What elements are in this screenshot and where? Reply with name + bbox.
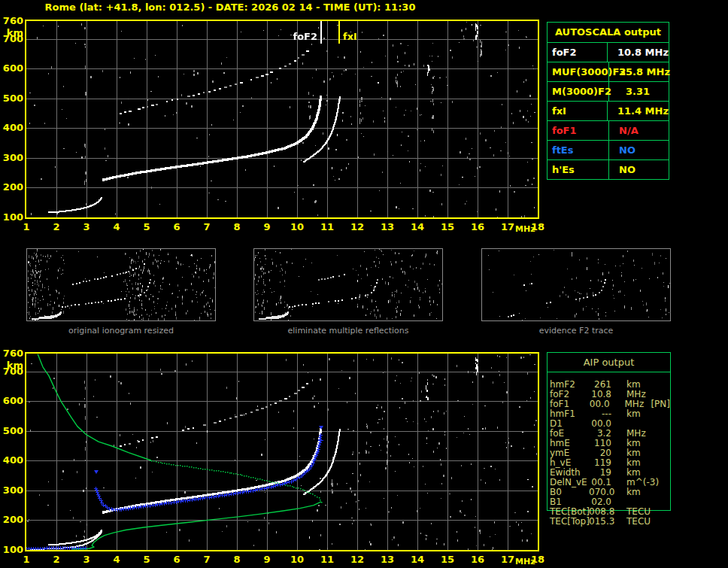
y-tick-label: 600 <box>1 63 23 73</box>
bottom-ionogram-canvas <box>26 354 538 550</box>
x-tick-label: 15 <box>441 554 454 564</box>
y-tick-label: 200 <box>1 515 23 524</box>
y-tick-label: 400 <box>1 123 23 132</box>
autoscala-ionogram-screen: Rome (lat: +41.8, lon: 012.5) - DATE: 20… <box>0 0 728 568</box>
autoscala-table-rows: foF210.8 MHzMUF(3000)F235.8 MHzM(3000)F2… <box>548 43 669 179</box>
x-tick-label: 8 <box>233 222 240 232</box>
x-tick-label: 13 <box>381 222 394 232</box>
aip-row-unit: km <box>626 409 654 419</box>
thumbnail-evidence-f2 <box>481 248 671 321</box>
autoscala-row-label: fxI <box>548 102 608 120</box>
thumbnail-caption-eliminate: eliminate multiple reflections <box>253 326 443 336</box>
y-axis-unit-label: km <box>1 28 23 38</box>
x-tick-label: 2 <box>53 222 59 232</box>
y-tick-label: 500 <box>1 426 23 436</box>
autoscala-row-value: 3.31 <box>609 82 669 101</box>
thumbnail-eliminate-canvas <box>254 249 442 320</box>
autoscala-row: ftEsNO <box>548 141 669 160</box>
x-tick-label: 4 <box>113 222 120 232</box>
autoscala-row-value: N/A <box>609 121 669 140</box>
autoscala-row: M(3000)F2 3.31 <box>548 82 669 102</box>
y-tick-label: 300 <box>1 153 23 163</box>
x-tick-label: 1 <box>23 554 29 564</box>
autoscala-row: MUF(3000)F235.8 MHz <box>548 62 669 82</box>
x-tick-label: 2 <box>53 554 59 564</box>
x-tick-label: 11 <box>320 554 334 564</box>
autoscala-table-header: AUTOSCALA output <box>548 23 669 43</box>
x-tick-label: 5 <box>143 222 150 232</box>
x-tick-label: 10 <box>290 554 304 564</box>
aip-output-box: AIP output hmF2261kmfoF210.8MHzfoF100.0M… <box>547 352 671 511</box>
x-tick-label: 9 <box>263 554 270 564</box>
x-tick-label: 11 <box>320 222 334 232</box>
autoscala-row-label: ftEs <box>548 141 609 159</box>
x-tick-label: 17 <box>501 554 514 564</box>
thumbnail-original-ionogram <box>26 248 216 321</box>
x-tick-label: 12 <box>350 222 364 232</box>
autoscala-row-value: NO <box>609 160 669 179</box>
x-tick-label: 4 <box>113 554 120 564</box>
x-tick-label: 15 <box>441 222 454 232</box>
y-tick-label: 600 <box>1 396 23 405</box>
x-tick-label: 3 <box>83 554 89 564</box>
aip-rows: hmF2261kmfoF210.8MHzfoF100.0MHz [PN]hmF1… <box>550 380 670 527</box>
aip-row-extra: [PN] <box>651 399 670 409</box>
thumbnail-original-canvas <box>27 249 215 320</box>
top-ionogram-canvas <box>26 21 538 217</box>
thumbnail-evidence-canvas <box>482 249 670 320</box>
x-tick-label: 7 <box>203 554 210 564</box>
y-tick-label: 400 <box>1 455 23 465</box>
autoscala-row: foF1N/A <box>548 121 669 141</box>
autoscala-row-value: 11.4 MHz <box>608 102 669 120</box>
aip-row: TEC[Top]015.3TECU <box>550 517 670 527</box>
y-tick-label: 500 <box>1 93 23 103</box>
y-tick-label: 100 <box>1 212 23 222</box>
thumbnail-caption-original: original ionogram resized <box>26 326 216 336</box>
x-tick-label: 16 <box>471 222 484 232</box>
x-tick-label: 9 <box>263 222 270 232</box>
autoscala-row-label: h'Es <box>548 160 609 179</box>
x-tick-label: 16 <box>471 554 484 564</box>
autoscala-output-table: AUTOSCALA output foF210.8 MHzMUF(3000)F2… <box>547 22 669 180</box>
autoscala-row-value: NO <box>609 141 669 159</box>
x-tick-label: 6 <box>173 222 180 232</box>
y-tick-label: 760 <box>1 348 23 358</box>
x-tick-label: 3 <box>83 222 89 232</box>
y-tick-label: 300 <box>1 485 23 495</box>
autoscala-row: fxI11.4 MHz <box>548 102 669 121</box>
thumbnail-caption-evidence: evidence F2 trace <box>481 326 671 336</box>
autoscala-row: foF210.8 MHz <box>548 43 669 62</box>
x-tick-label: 14 <box>411 554 424 564</box>
x-tick-label: 6 <box>173 554 180 564</box>
autoscala-row-label: foF1 <box>548 121 609 140</box>
x-tick-label: 17 <box>501 222 514 232</box>
y-axis-unit-label: km <box>1 360 23 370</box>
bottom-ionogram-plot <box>25 352 539 551</box>
x-tick-label: 10 <box>290 222 304 232</box>
x-tick-label: 7 <box>203 222 210 232</box>
x-tick-label: 5 <box>143 554 150 564</box>
x-tick-label: 8 <box>233 554 240 564</box>
top-ionogram-plot <box>25 20 539 219</box>
x-axis-unit-label: MHz <box>515 557 535 566</box>
autoscala-row-value: 35.8 MHz <box>609 62 670 81</box>
aip-row-unit: TECU <box>626 517 654 527</box>
autoscala-row-label: MUF(3000)F2 <box>548 62 609 81</box>
aip-row-unit: km <box>626 488 654 497</box>
autoscala-row-label: foF2 <box>548 43 608 62</box>
x-axis-unit-label: MHz <box>515 225 535 233</box>
x-tick-label: 13 <box>381 554 394 564</box>
y-tick-label: 100 <box>1 545 23 554</box>
y-tick-label: 760 <box>1 16 23 26</box>
x-tick-label: 1 <box>23 222 29 232</box>
aip-box-header: AIP output <box>548 353 670 372</box>
autoscala-row: h'EsNO <box>548 160 669 179</box>
x-tick-label: 12 <box>350 554 364 564</box>
thumbnail-eliminate-reflections <box>253 248 443 321</box>
page-title: Rome (lat: +41.8, lon: 012.5) - DATE: 20… <box>0 2 460 13</box>
autoscala-row-label: M(3000)F2 <box>548 82 609 101</box>
aip-row-value: 015.3 <box>589 517 611 527</box>
aip-row-label: TEC[Top] <box>550 517 589 527</box>
x-tick-label: 14 <box>411 222 424 232</box>
autoscala-row-value: 10.8 MHz <box>608 43 669 62</box>
